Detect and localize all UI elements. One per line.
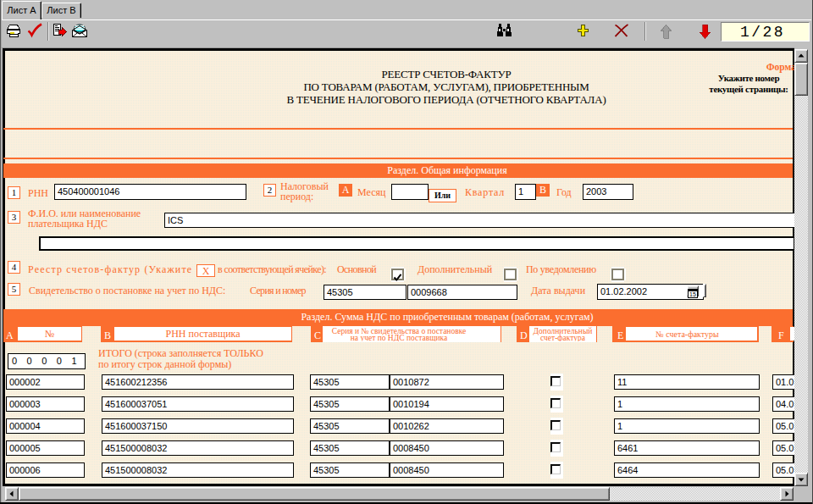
- svg-text:15: 15: [689, 291, 696, 297]
